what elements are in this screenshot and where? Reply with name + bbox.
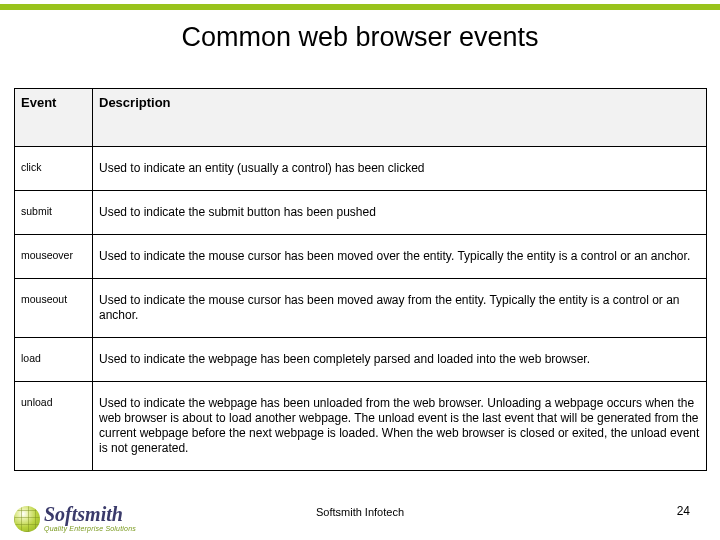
event-name: load	[15, 338, 93, 382]
slide-title: Common web browser events	[0, 22, 720, 53]
event-description: Used to indicate the webpage has been un…	[93, 382, 707, 471]
logo-main: Softsmith	[44, 504, 136, 524]
event-name: submit	[15, 191, 93, 235]
slide: Common web browser events Event Descript…	[0, 0, 720, 540]
event-name: click	[15, 147, 93, 191]
events-table: Event Description click Used to indicate…	[14, 88, 707, 471]
event-description: Used to indicate an entity (usually a co…	[93, 147, 707, 191]
table-row: unload Used to indicate the webpage has …	[15, 382, 707, 471]
header-description: Description	[93, 89, 707, 147]
logo-text: Softsmith Quality Enterprise Solutions	[44, 504, 136, 532]
event-description: Used to indicate the webpage has been co…	[93, 338, 707, 382]
event-name: mouseover	[15, 235, 93, 279]
globe-icon	[14, 506, 40, 532]
table-row: load Used to indicate the webpage has be…	[15, 338, 707, 382]
table-row: submit Used to indicate the submit butto…	[15, 191, 707, 235]
table-row: click Used to indicate an entity (usuall…	[15, 147, 707, 191]
event-name: unload	[15, 382, 93, 471]
table-row: mouseout Used to indicate the mouse curs…	[15, 279, 707, 338]
table-row: mouseover Used to indicate the mouse cur…	[15, 235, 707, 279]
accent-bar	[0, 4, 720, 10]
logo-tagline: Quality Enterprise Solutions	[44, 525, 136, 532]
event-description: Used to indicate the mouse cursor has be…	[93, 279, 707, 338]
event-description: Used to indicate the mouse cursor has be…	[93, 235, 707, 279]
header-event: Event	[15, 89, 93, 147]
table-header-row: Event Description	[15, 89, 707, 147]
page-number: 24	[677, 504, 690, 518]
event-description: Used to indicate the submit button has b…	[93, 191, 707, 235]
logo: Softsmith Quality Enterprise Solutions	[14, 504, 136, 532]
event-name: mouseout	[15, 279, 93, 338]
